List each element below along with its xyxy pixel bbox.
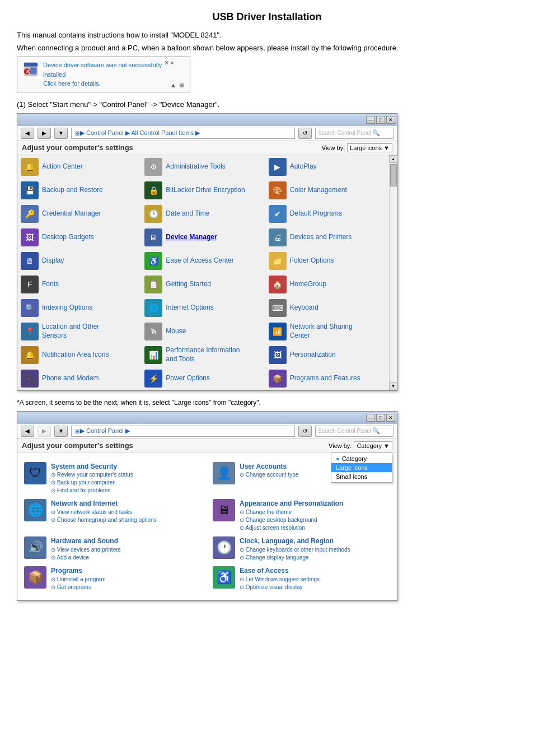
cp-item-19[interactable]: 🌐 Internet Options <box>141 296 265 320</box>
cp-item-10[interactable]: 🖥 Device Manager <box>141 226 265 249</box>
cp-item-17[interactable]: 🏠 HomeGroup <box>265 273 389 296</box>
cat-label-3[interactable]: Appearance and Personalization <box>240 499 343 508</box>
cp-item-25[interactable]: 📊 Performance Informationand Tools <box>141 343 265 367</box>
cp-item-11[interactable]: 🖨 Devices and Printers <box>265 226 389 249</box>
cat-sub: ⊙ Uninstall a program <box>51 576 105 584</box>
cp-item-7[interactable]: 🕐 Date and Time <box>141 202 265 226</box>
recent-btn[interactable]: ▼ <box>54 128 68 139</box>
cat-label-0[interactable]: System and Security <box>51 462 133 472</box>
note-text: *A screen, it seems to be the next, when… <box>17 399 517 407</box>
cp-item-4[interactable]: 🔒 BitLocker Drive Encryption <box>141 179 265 202</box>
balloon-close-btn[interactable]: ✕ × <box>164 59 174 67</box>
refresh-btn[interactable]: ↺ <box>298 128 312 139</box>
scroll-thumb[interactable] <box>390 164 397 186</box>
icon-box-29: 📦 <box>269 370 287 388</box>
viewby-popup[interactable]: ●Category Large icons Small icons <box>331 452 392 483</box>
breadcrumb-2[interactable]: 🖥 ▶ Control Panel ▶ <box>71 426 295 437</box>
icon-box-23: 📶 <box>269 323 287 340</box>
icon-box-26: 🖼 <box>269 346 287 364</box>
option-large-icons[interactable]: Large icons <box>331 463 392 472</box>
cp-item-label-9: Desktop Gadgets <box>42 233 94 242</box>
restore-btn[interactable]: □ <box>376 116 385 124</box>
cat-item-7[interactable]: ♿ Ease of Access ⊙ Let Windows suggest s… <box>213 566 390 591</box>
cat-item-2[interactable]: 🌐 Network and Internet ⊙ View network st… <box>24 499 202 532</box>
cat-text-5: Clock, Language, and Region ⊙ Change key… <box>240 536 350 562</box>
cat-label-5[interactable]: Clock, Language, and Region <box>240 536 350 546</box>
breadcrumb-1[interactable]: 🖥 ▶ Control Panel ▶ All Control Panel It… <box>71 128 295 139</box>
cat-sub: ⊙ Change the theme <box>240 508 343 516</box>
icon-box-3: 💾 <box>21 181 39 199</box>
search-box-2[interactable]: Search Control Panel 🔍 <box>315 426 394 437</box>
cat-label-6[interactable]: Programs <box>51 566 105 576</box>
minimize-btn[interactable]: — <box>366 116 375 124</box>
svg-text:✕: ✕ <box>26 69 30 74</box>
back-btn[interactable]: ◀ <box>21 128 34 139</box>
cat-sub: ⊙ View network status and tasks <box>51 508 157 516</box>
cp-item-27[interactable]: 📞 Phone and Modem <box>17 367 141 390</box>
refresh-btn-2[interactable]: ↺ <box>298 426 312 437</box>
forward-btn-2[interactable]: ▶ <box>38 426 51 437</box>
breadcrumb-icon: 🖥 <box>74 130 80 137</box>
cat-item-0[interactable]: 🛡 System and Security ⊙ Review your comp… <box>24 462 202 495</box>
control-panel-window-1: — □ ✕ ◀ ▶ ▼ 🖥 ▶ Control Panel ▶ All Cont… <box>17 113 397 391</box>
cp-item-21[interactable]: 📍 Location and OtherSensors <box>17 320 141 343</box>
cp-item-icon-21: 📍 <box>21 323 39 340</box>
cp-item-13[interactable]: ♿ Ease of Access Center <box>141 249 265 273</box>
cp-item-23[interactable]: 📶 Network and SharingCenter <box>265 320 389 343</box>
cat-label-4[interactable]: Hardware and Sound <box>51 536 121 546</box>
cp-item-16[interactable]: 📋 Getting Started <box>141 273 265 296</box>
cp-item-icon-3: 💾 <box>21 181 39 199</box>
icon-box-8: ✔ <box>269 205 287 223</box>
close-btn-2[interactable]: ✕ <box>386 414 395 422</box>
cat-label-1[interactable]: User Accounts <box>240 462 298 472</box>
cp-item-29[interactable]: 📦 Programs and Features <box>265 367 389 390</box>
cp-item-icon-18: 🔍 <box>21 299 39 317</box>
cp-item-3[interactable]: 💾 Backup and Restore <box>17 179 141 202</box>
forward-btn[interactable]: ▶ <box>38 128 51 139</box>
cat-label-2[interactable]: Network and Internet <box>51 499 157 508</box>
minimize-btn-2[interactable]: — <box>366 414 375 422</box>
cat-item-4[interactable]: 🔊 Hardware and Sound ⊙ View devices and … <box>24 536 202 562</box>
search-box-1[interactable]: Search Control Panel 🔍 <box>315 128 394 139</box>
icon-box-4: 🔒 <box>144 181 162 199</box>
cp-item-8[interactable]: ✔ Default Programs <box>265 202 389 226</box>
scroll-down[interactable]: ▼ <box>390 382 397 390</box>
cp-item-icon-11: 🖨 <box>269 228 287 246</box>
viewby-dropdown-1[interactable]: Large icons ▼ <box>347 143 392 152</box>
back-btn-2[interactable]: ◀ <box>21 426 34 437</box>
cat-icon-0: 🛡 <box>24 462 46 484</box>
cp-item-22[interactable]: 🖱 Mouse <box>141 320 265 343</box>
restore-btn-2[interactable]: □ <box>376 414 385 422</box>
cp-item-6[interactable]: 🔑 Credential Manager <box>17 202 141 226</box>
viewby-dropdown-2[interactable]: Category ▼ <box>354 441 392 450</box>
cp-item-12[interactable]: 🖥 Display <box>17 249 141 273</box>
cp-item-18[interactable]: 🔍 Indexing Options <box>17 296 141 320</box>
cp-item-15[interactable]: F Fonts <box>17 273 141 296</box>
cp-item-9[interactable]: 🖼 Desktop Gadgets <box>17 226 141 249</box>
cp-item-28[interactable]: ⚡ Power Options <box>141 367 265 390</box>
icon-box-19: 🌐 <box>144 299 162 317</box>
icon-box-7: 🕐 <box>144 205 162 223</box>
cat-item-5[interactable]: 🕐 Clock, Language, and Region ⊙ Change k… <box>213 536 390 562</box>
control-panel-window-2: — □ ✕ ◀ ▶ ▼ 🖥 ▶ Control Panel ▶ ↺ Search… <box>17 411 397 601</box>
cat-text-3: Appearance and Personalization ⊙ Change … <box>240 499 343 532</box>
cp-item-14[interactable]: 📁 Folder Options <box>265 249 389 273</box>
option-small-icons[interactable]: Small icons <box>331 472 392 481</box>
cp-item-20[interactable]: ⌨ Keyboard <box>265 296 389 320</box>
cat-label-7[interactable]: Ease of Access <box>240 566 320 576</box>
cp-item-24[interactable]: 🔔 Notification Area Icons <box>17 343 141 367</box>
cat-item-3[interactable]: 🖥 Appearance and Personalization ⊙ Chang… <box>213 499 390 532</box>
cp-item-5[interactable]: 🎨 Color Management <box>265 179 389 202</box>
recent-btn-2[interactable]: ▼ <box>54 426 68 437</box>
cp-item-0[interactable]: 🔔 Action Center <box>17 155 141 179</box>
cp-item-1[interactable]: ⚙ Administrative Tools <box>141 155 265 179</box>
cat-item-6[interactable]: 📦 Programs ⊙ Uninstall a program⊙ Get pr… <box>24 566 202 591</box>
close-btn[interactable]: ✕ <box>386 116 395 124</box>
scrollbar-1[interactable]: ▲ ▼ <box>389 155 397 390</box>
svg-rect-1 <box>24 63 38 67</box>
cp-item-2[interactable]: ▶ AutoPlay <box>265 155 389 179</box>
cp-item-26[interactable]: 🖼 Personalization <box>265 343 389 367</box>
option-category[interactable]: ●Category <box>331 454 392 463</box>
scroll-up[interactable]: ▲ <box>390 155 397 163</box>
cp-item-label-22: Mouse <box>166 327 186 336</box>
